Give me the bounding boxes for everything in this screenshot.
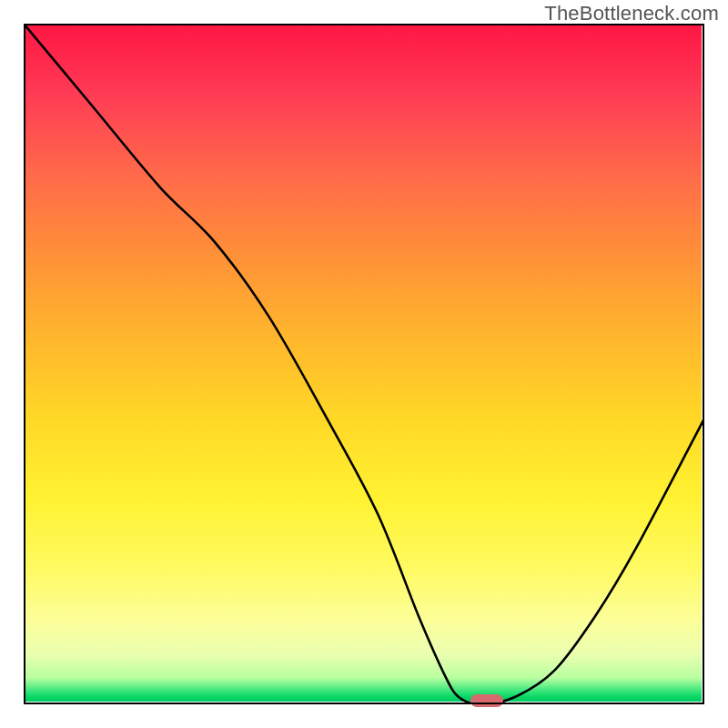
bottleneck-curve bbox=[24, 24, 704, 704]
optimal-marker bbox=[470, 694, 503, 707]
chart-svg bbox=[24, 24, 704, 704]
chart-area bbox=[24, 24, 704, 704]
watermark-text: TheBottleneck.com bbox=[544, 2, 719, 25]
